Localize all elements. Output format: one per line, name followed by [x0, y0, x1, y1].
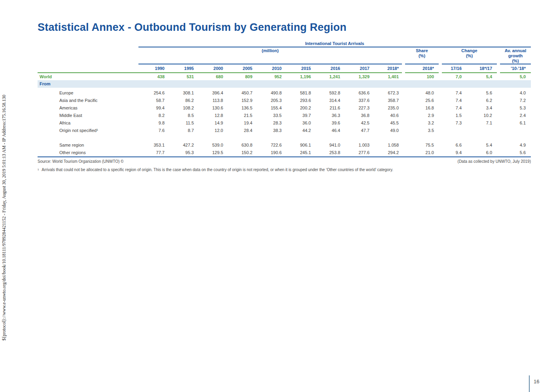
from-row: From	[38, 80, 531, 88]
cell-value: 6.1	[497, 119, 531, 127]
cell-value: 190.6	[256, 149, 285, 156]
cell-value: 353.1	[138, 141, 168, 149]
cell-value: 36.8	[343, 112, 373, 119]
cell-value: 95.3	[168, 149, 197, 156]
cell-value: 438	[138, 73, 168, 80]
cell-value: 7.4	[439, 104, 466, 112]
cell-value: 19.4	[226, 119, 256, 127]
table-row: World4385316808099521,1961,2411,3291,401…	[38, 73, 531, 80]
cell-value: 100	[402, 73, 439, 80]
cell-value: 49.0	[373, 127, 402, 134]
cell-value: 6.2	[466, 97, 497, 104]
cell-value: 253.8	[314, 149, 343, 156]
cell-value: 680	[197, 73, 226, 80]
source-text: Source: World Tourism Organization (UNWT…	[38, 159, 123, 164]
cell-value: 47.7	[343, 127, 373, 134]
cell-value: 672.3	[373, 89, 402, 97]
page-number-rule	[529, 375, 530, 392]
table-group-header-row: (million) Share (%) Change (%) Av. annua…	[138, 48, 531, 64]
cell-value: 2.4	[497, 112, 531, 119]
year-header: 2017	[343, 64, 373, 72]
row-label: World	[38, 73, 138, 80]
cell-value: 14.9	[197, 119, 226, 127]
cell-value: 1.003	[343, 141, 373, 149]
cell-value: 396.4	[197, 89, 226, 97]
cell-value: 113.8	[197, 97, 226, 104]
cell-value: 5.6	[497, 149, 531, 156]
page-number-block: 16	[529, 375, 555, 392]
cell-value: 581.8	[285, 89, 314, 97]
cell-value: 7.4	[439, 97, 466, 104]
cell-value: 490.8	[256, 89, 285, 97]
cell-value: 1,196	[285, 73, 314, 80]
cell-value: 592.8	[314, 89, 343, 97]
cell-value: 9.4	[439, 149, 466, 156]
cell-value: 5,4	[466, 73, 497, 80]
cell-value: 7,0	[439, 73, 466, 80]
cell-value: 4.0	[497, 89, 531, 97]
group-change: Change (%)	[442, 48, 497, 64]
cell-value: 235.0	[373, 104, 402, 112]
row-label: Origin not specified¹	[38, 127, 138, 134]
row-label: Africa	[38, 119, 138, 127]
cell-value: 1,401	[373, 73, 402, 80]
cell-value: 130.6	[197, 104, 226, 112]
cell-value: 75.5	[402, 141, 439, 149]
footnote-row: ¹Arrivals that could not be allocated to…	[38, 168, 531, 172]
cell-value: 7.1	[466, 119, 497, 127]
cell-value: 129.5	[197, 149, 226, 156]
table-group-title: International Tourist Arrivals	[138, 41, 531, 47]
cell-value: 33.5	[256, 112, 285, 119]
spacer-row	[38, 134, 531, 141]
year-header: 1990	[138, 64, 168, 72]
cell-value: 39.6	[314, 119, 343, 127]
source-row: Source: World Tourism Organization (UNWT…	[38, 159, 531, 164]
table-body: Europe254.6308.1396.4450.7490.8581.8592.…	[38, 89, 531, 157]
cell-value: 39.7	[285, 112, 314, 119]
row-label: Asia and the Pacific	[38, 97, 138, 104]
cell-value: 5.3	[497, 104, 531, 112]
table-row: Other regions77.795.3129.5150.2190.6245.…	[38, 149, 531, 156]
cell-value: 155.4	[256, 104, 285, 112]
cell-value: 254.6	[138, 89, 168, 97]
cell-value: 245.1	[285, 149, 314, 156]
cell-value: 2.9	[402, 112, 439, 119]
footnote-text: Arrivals that could not be allocated to …	[42, 168, 393, 172]
group-million: (million)	[138, 48, 402, 64]
cell-value: 211.6	[314, 104, 343, 112]
cell-value: 277.6	[343, 149, 373, 156]
cell-value: 6.0	[466, 149, 497, 156]
cell-value: 3.5	[402, 127, 439, 134]
cell-value: 28.4	[226, 127, 256, 134]
table-row: Asia and the Pacific58.786.2113.8152.920…	[38, 97, 531, 104]
cell-value: 450.7	[226, 89, 256, 97]
cell-value: 308.1	[168, 89, 197, 97]
cell-value: 42.5	[343, 119, 373, 127]
year-header: 1995	[168, 64, 197, 72]
cell-value: 38.3	[256, 127, 285, 134]
cell-value: 21.5	[226, 112, 256, 119]
group-share: Share (%)	[405, 48, 439, 64]
growth-header: '10-'18*	[497, 64, 531, 72]
cell-value: 6.6	[439, 141, 466, 149]
cell-value	[466, 127, 497, 134]
cell-value: 86.2	[168, 97, 197, 104]
cell-value: 48.0	[402, 89, 439, 97]
year-header: 2018*	[373, 64, 402, 72]
cell-value: 152.9	[226, 97, 256, 104]
cell-value	[497, 127, 531, 134]
cell-value: 531	[168, 73, 197, 80]
cell-value: 16.8	[402, 104, 439, 112]
cell-value: 21.0	[402, 149, 439, 156]
cell-value: 10.2	[466, 112, 497, 119]
table-row: Origin not specified¹7.68.712.028.438.34…	[38, 127, 531, 134]
cell-value: 358.7	[373, 97, 402, 104]
cell-value: 722.6	[256, 141, 285, 149]
cell-value: 7.4	[439, 89, 466, 97]
row-label: Same region	[38, 141, 138, 149]
group-av-annual-growth: Av. annual growth (%)	[500, 48, 531, 64]
cell-value: 36.3	[314, 112, 343, 119]
cell-value: 3.4	[466, 104, 497, 112]
cell-value: 539.0	[197, 141, 226, 149]
change-header-1716: 17/16	[439, 64, 466, 72]
